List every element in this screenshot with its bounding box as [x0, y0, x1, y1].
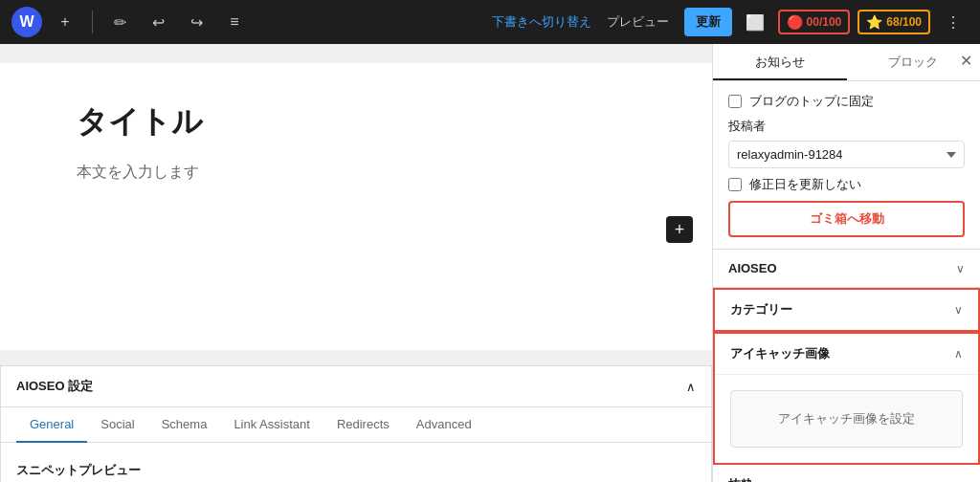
sidebar-tabs: お知らせ ブロック ✕ — [713, 44, 980, 81]
wp-icon: W — [19, 13, 33, 31]
redo-icon: ↪ — [190, 13, 203, 32]
set-featured-image-button[interactable]: アイキャッチ画像を設定 — [730, 390, 963, 448]
tab-post[interactable]: お知らせ — [713, 44, 847, 80]
tab-social[interactable]: Social — [87, 407, 147, 443]
trash-button[interactable]: ゴミ箱へ移動 — [728, 201, 965, 237]
post-body[interactable]: 本文を入力します — [77, 163, 635, 183]
category-label: カテゴリー — [730, 301, 792, 318]
pin-to-top-row: ブログのトップに固定 — [728, 93, 965, 110]
tab-general[interactable]: General — [16, 407, 87, 443]
pencil-button[interactable]: ✏ — [104, 7, 135, 37]
close-icon: ✕ — [960, 53, 972, 69]
main-wrapper: タイトル 本文を入力します + AIOSEO 設定 ∧ General Soci… — [0, 44, 980, 482]
featured-image-body: アイキャッチ画像を設定 — [715, 375, 978, 463]
tab-underline — [713, 78, 847, 80]
sidebar-close-button[interactable]: ✕ — [960, 52, 972, 70]
post-title[interactable]: タイトル — [77, 101, 635, 143]
snippet-section: スニペットプレビュー 🖥 📱 https://nf-template.com/r… — [16, 462, 696, 482]
tab-advanced[interactable]: Advanced — [403, 407, 485, 443]
author-label: 投稿者 — [728, 118, 965, 135]
tab-link-assistant[interactable]: Link Assistant — [220, 407, 323, 443]
readability-score-badge[interactable]: ⭐ 68/100 — [858, 10, 930, 34]
aioseo-section: AIOSEO 設定 ∧ General Social Schema Link A… — [0, 365, 712, 482]
draft-switch-link[interactable]: 下書きへ切り替え — [492, 13, 591, 31]
add-block-plus-icon: + — [675, 220, 685, 240]
redo-button[interactable]: ↪ — [181, 7, 212, 37]
aioseo-sidebar-row[interactable]: AIOSEO ∨ — [713, 250, 980, 288]
aioseo-chevron-icon: ∨ — [956, 262, 965, 275]
seo-icon: 🔴 — [787, 14, 803, 30]
pin-to-top-label: ブログのトップに固定 — [749, 93, 874, 110]
no-update-label: 修正日を更新しない — [749, 176, 861, 193]
category-row[interactable]: カテゴリー ∨ — [713, 288, 980, 332]
snippet-label: スニペットプレビュー — [16, 462, 696, 479]
author-select[interactable]: relaxyadmin-91284 — [728, 141, 965, 168]
top-toolbar: W + ✏ ↩ ↪ ≡ 下書きへ切り替え プレビュー 更新 ⬜ 🔴 00/100… — [0, 0, 980, 44]
no-update-row: 修正日を更新しない — [728, 176, 965, 193]
toolbar-right: 下書きへ切り替え プレビュー 更新 ⬜ 🔴 00/100 ⭐ 68/100 ⋮ — [492, 7, 969, 37]
excerpt-chevron-icon: ∨ — [956, 478, 965, 482]
update-button[interactable]: 更新 — [684, 8, 732, 36]
post-settings-section: ブログのトップに固定 投稿者 relaxyadmin-91284 修正日を更新し… — [713, 81, 980, 250]
aioseo-section-title: AIOSEO 設定 — [16, 378, 93, 395]
aioseo-tabs: General Social Schema Link Assistant Red… — [1, 407, 711, 443]
ellipsis-icon: ⋮ — [946, 13, 961, 32]
featured-image-section: アイキャッチ画像 ∧ アイキャッチ画像を設定 — [713, 332, 980, 465]
plus-icon: + — [60, 13, 69, 31]
more-options-button[interactable]: ⋮ — [938, 7, 969, 37]
aioseo-header[interactable]: AIOSEO 設定 ∧ — [1, 366, 711, 407]
readability-icon: ⭐ — [866, 14, 882, 30]
aioseo-sidebar-label: AIOSEO — [728, 261, 777, 275]
editor-inner: タイトル 本文を入力します + — [0, 63, 712, 350]
excerpt-row[interactable]: 抜粋 ∨ — [713, 465, 980, 482]
excerpt-label: 抜粋 — [728, 476, 753, 482]
desktop-icon: ⬜ — [746, 13, 765, 32]
seo-score-label: 00/100 — [807, 15, 842, 29]
featured-image-chevron-icon: ∧ — [954, 347, 963, 361]
add-block-inline-button[interactable]: + — [666, 216, 693, 243]
menu-icon: ≡ — [230, 13, 238, 31]
desktop-view-button[interactable]: ⬜ — [740, 7, 770, 37]
pin-to-top-checkbox[interactable] — [728, 95, 742, 108]
aioseo-collapse-icon: ∧ — [686, 380, 696, 394]
menu-button[interactable]: ≡ — [219, 7, 250, 37]
category-chevron-icon: ∨ — [954, 303, 963, 317]
featured-image-header[interactable]: アイキャッチ画像 ∧ — [715, 334, 978, 375]
seo-score-badge[interactable]: 🔴 00/100 — [778, 10, 851, 34]
aioseo-content: スニペットプレビュー 🖥 📱 https://nf-template.com/r… — [1, 443, 711, 482]
no-update-checkbox[interactable] — [728, 178, 742, 191]
toolbar-separator-1 — [92, 11, 93, 33]
right-sidebar: お知らせ ブロック ✕ ブログのトップに固定 投稿者 relaxyadmin-9… — [712, 44, 980, 482]
readability-score-label: 68/100 — [886, 15, 922, 29]
featured-image-label: アイキャッチ画像 — [730, 345, 830, 362]
undo-button[interactable]: ↩ — [143, 7, 173, 37]
tab-redirects[interactable]: Redirects — [323, 407, 403, 443]
preview-button[interactable]: プレビュー — [599, 8, 677, 36]
undo-icon: ↩ — [152, 13, 165, 32]
wp-logo[interactable]: W — [11, 7, 42, 37]
pencil-icon: ✏ — [114, 13, 126, 32]
add-block-toolbar-button[interactable]: + — [50, 7, 80, 37]
tab-schema[interactable]: Schema — [148, 407, 221, 443]
editor-area: タイトル 本文を入力します + AIOSEO 設定 ∧ General Soci… — [0, 44, 712, 482]
